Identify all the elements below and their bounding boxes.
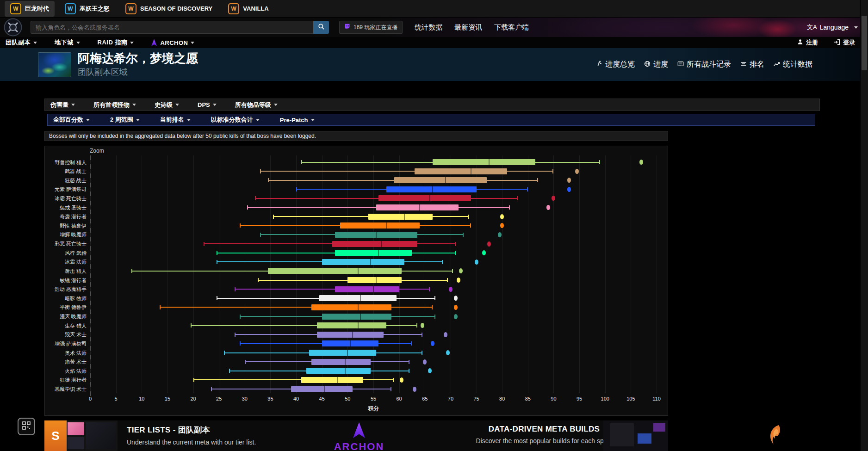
boxplot-box[interactable] — [340, 222, 420, 229]
search-button[interactable] — [313, 21, 329, 34]
spec-label: 增强 萨满祭司 — [45, 340, 87, 347]
login-button[interactable]: 登录 — [834, 38, 855, 47]
header-link-download[interactable]: 下载客户端 — [494, 23, 529, 32]
twitch-live-badge[interactable]: 169 玩家正在直播 — [339, 21, 403, 34]
boxplot-box[interactable] — [317, 332, 384, 338]
boxplot-box[interactable] — [394, 177, 487, 183]
nav-item-raid-guide[interactable]: RAID 指南 — [98, 38, 134, 47]
gridline — [167, 155, 168, 393]
gridline — [193, 155, 194, 393]
promo-banner[interactable]: S TIER LISTS - 团队副本 Understand the curre… — [44, 420, 668, 451]
filter-percentile[interactable]: 全部百分数 — [53, 116, 90, 124]
site-logo[interactable] — [4, 18, 22, 37]
raid-link-all-reports[interactable]: 所有战斗记录 — [677, 60, 731, 69]
filter-difficulty[interactable]: 史诗级 — [155, 101, 179, 109]
nav-item-archon[interactable]: ARCHON — [151, 39, 194, 46]
boxplot-box[interactable] — [311, 359, 371, 365]
raid-link-progress[interactable]: 进度 — [644, 60, 668, 69]
gridline — [553, 155, 554, 393]
nav-item-dungeons[interactable]: 地下城 — [55, 38, 80, 47]
boxplot-box[interactable] — [415, 168, 507, 174]
outlier-dot — [459, 268, 463, 273]
x-tick-label: 95 — [577, 396, 582, 402]
twitch-icon — [344, 24, 350, 31]
page-scrollbar — [860, 0, 868, 451]
boxplot-box[interactable] — [291, 386, 353, 392]
search-input[interactable] — [31, 21, 313, 34]
boxplot-box[interactable] — [268, 268, 402, 274]
boxplot-box[interactable] — [376, 204, 459, 210]
boxplot-box[interactable] — [332, 241, 417, 247]
whisker-cap-low — [229, 369, 230, 373]
chevron-down-icon — [33, 42, 37, 44]
whisker-cap-high — [447, 278, 448, 282]
outlier-dot — [498, 232, 502, 237]
globe-icon — [644, 61, 651, 69]
boxplot-box[interactable] — [322, 314, 391, 320]
boxplot-box[interactable] — [301, 377, 363, 383]
boxplot-box[interactable] — [322, 259, 404, 265]
raid-link-rankings[interactable]: 排名 — [740, 60, 764, 69]
boxplot-box[interactable] — [433, 159, 536, 165]
y-axis-tick — [90, 355, 91, 359]
spec-label: 风行 武僧 — [45, 250, 87, 256]
boxplot-box[interactable] — [335, 286, 399, 292]
boxplot-box[interactable] — [317, 322, 386, 328]
median-line — [358, 322, 359, 328]
boxplot-box[interactable] — [378, 195, 471, 201]
filter-score-aggregation[interactable]: 以标准分数合计 — [211, 116, 260, 124]
page-title: 阿梅达希尔，梦境之愿 — [78, 51, 198, 65]
scrollbar-thumb[interactable] — [862, 16, 867, 70]
quick-menu-button[interactable] — [18, 418, 35, 435]
boxplot-box[interactable] — [306, 368, 371, 374]
filter-role[interactable]: DPS — [198, 101, 217, 108]
filter-patch[interactable]: Pre-Patch — [280, 117, 315, 124]
register-button[interactable]: 注册 — [797, 38, 818, 47]
report-list-icon — [677, 61, 684, 69]
thumbnail-tile — [653, 423, 665, 432]
spec-label: 毁灭 术士 — [45, 331, 87, 338]
boxplot-box[interactable] — [311, 304, 391, 310]
whisker-line — [160, 307, 433, 308]
nav-item-raids[interactable]: 团队副本 — [6, 38, 37, 47]
y-axis-tick — [90, 173, 91, 178]
whisker-cap-low — [191, 323, 192, 327]
raid-link-progress-overview[interactable]: 进度总览 — [596, 60, 635, 69]
filter-time-range[interactable]: 2 周范围 — [110, 116, 140, 124]
version-tab-wrath[interactable]: W 巫妖王之怒 — [59, 1, 115, 17]
header-link-news[interactable]: 最新资讯 — [454, 23, 482, 32]
boxplot-box[interactable] — [319, 295, 397, 301]
language-selector[interactable]: 文A Language — [807, 23, 858, 31]
header-link-stats[interactable]: 统计数据 — [415, 23, 442, 32]
raid-link-statistics[interactable]: 统计数据 — [774, 60, 812, 69]
boxplot-box[interactable] — [368, 214, 433, 220]
spec-label: 湮灭 唤魔师 — [45, 313, 87, 320]
spec-label: 射击 猎人 — [45, 268, 87, 274]
version-tab-vanilla[interactable]: W VANILLA — [223, 1, 274, 17]
whisker-cap-high — [391, 387, 391, 391]
spec-label: 浩劫 恶魔猎手 — [45, 286, 87, 292]
version-tab-label: SEASON OF DISCOVERY — [140, 5, 212, 12]
filter-ranking-type[interactable]: 当前排名 — [160, 116, 191, 124]
boxplot-box[interactable] — [309, 350, 376, 356]
filter-boss[interactable]: 所有首领怪物 — [93, 101, 136, 109]
thumbnail-tile — [68, 437, 84, 449]
gridline — [477, 155, 477, 393]
whisker-cap-low — [217, 251, 217, 255]
x-tick-label: 40 — [293, 396, 299, 402]
version-tab-sod[interactable]: W SEASON OF DISCOVERY — [120, 1, 218, 17]
zoom-label: Zoom — [90, 148, 104, 154]
boxplot-box[interactable] — [386, 186, 477, 192]
nav-label: ARCHON — [160, 39, 188, 46]
y-axis-tick — [90, 219, 91, 223]
boxplot-box[interactable] — [347, 277, 402, 283]
spec-label: 火焰 法师 — [45, 368, 87, 374]
filter-metric[interactable]: 伤害量 — [50, 101, 75, 109]
boxplot-box[interactable] — [335, 250, 412, 256]
median-line — [350, 340, 351, 346]
whisker-cap-low — [211, 387, 212, 391]
filter-item-level[interactable]: 所有物品等级 — [235, 101, 278, 109]
version-tab-dragonflight[interactable]: W 巨龙时代 — [5, 1, 55, 17]
x-tick-label: 80 — [499, 396, 505, 402]
y-axis-tick — [90, 373, 91, 378]
